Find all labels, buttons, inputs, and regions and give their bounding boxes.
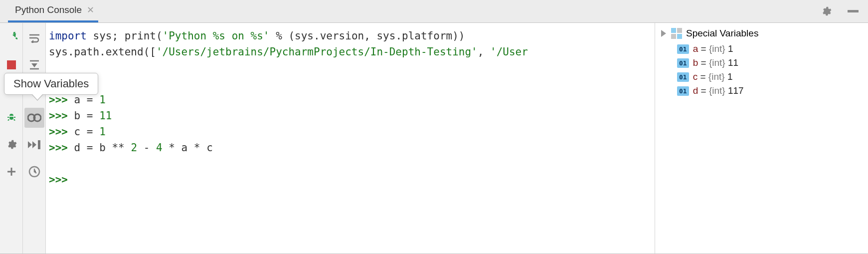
code-text: c = bbox=[74, 126, 100, 138]
code-text: - bbox=[137, 142, 156, 154]
tooltip: Show Variables bbox=[4, 73, 98, 95]
tooltip-text: Show Variables bbox=[13, 77, 89, 90]
equals: = bbox=[701, 57, 706, 68]
code-text: * a * c bbox=[163, 142, 213, 154]
code-number: 2 bbox=[131, 142, 137, 154]
code-text: d = b ** bbox=[74, 142, 131, 154]
code-number: 4 bbox=[156, 142, 163, 154]
code-keyword: import bbox=[49, 30, 87, 42]
variable-type: {int} bbox=[709, 43, 725, 54]
special-variables-node[interactable]: Special Variables bbox=[661, 28, 862, 39]
tool-window-tabbar: Python Console ✕ bbox=[0, 0, 868, 23]
variable-value: 1 bbox=[728, 43, 733, 54]
code-number: 1 bbox=[99, 94, 106, 106]
equals: = bbox=[701, 85, 706, 96]
int-badge-icon: 01 bbox=[677, 72, 689, 82]
variable-type: {int} bbox=[709, 85, 725, 96]
python-console-panel: Python Console ✕ bbox=[0, 0, 868, 254]
variable-type: {int} bbox=[708, 71, 725, 82]
code-string: 'Python %s on %s' bbox=[163, 30, 270, 42]
settings-icon[interactable] bbox=[1, 135, 21, 155]
code-number: 11 bbox=[99, 110, 112, 122]
prompt: >>> bbox=[49, 142, 74, 154]
variable-name: b bbox=[693, 57, 698, 68]
hide-icon[interactable] bbox=[843, 1, 863, 21]
debug-icon[interactable] bbox=[1, 108, 21, 128]
left-toolbar-1 bbox=[0, 23, 23, 254]
code-string: '/User bbox=[490, 46, 528, 58]
variable-name: d bbox=[693, 85, 698, 96]
rerun-icon[interactable] bbox=[1, 28, 21, 48]
variable-row[interactable]: 01 a = {int} 1 bbox=[661, 42, 862, 56]
variables-pane: Special Variables 01 a = {int} 1 01 b = … bbox=[655, 23, 868, 254]
show-variables-icon[interactable] bbox=[24, 108, 44, 128]
svg-rect-1 bbox=[7, 60, 16, 69]
svg-rect-4 bbox=[38, 140, 40, 149]
variable-row[interactable]: 01 c = {int} 1 bbox=[661, 70, 862, 84]
code-text: b = bbox=[74, 110, 100, 122]
variable-name: c bbox=[693, 71, 698, 82]
code-number: 1 bbox=[99, 126, 106, 138]
new-console-icon[interactable] bbox=[1, 162, 21, 182]
prompt: >>> bbox=[49, 94, 74, 106]
variable-row[interactable]: 01 b = {int} 11 bbox=[661, 56, 862, 70]
variable-value: 1 bbox=[727, 71, 733, 82]
code-text: % (sys.version, sys.platform)) bbox=[270, 30, 465, 42]
equals: = bbox=[700, 71, 705, 82]
int-badge-icon: 01 bbox=[677, 58, 689, 68]
gear-icon[interactable] bbox=[816, 1, 836, 21]
code-text: , bbox=[478, 46, 490, 58]
console-output[interactable]: import sys; print('Python %s on %s' % (s… bbox=[46, 23, 655, 254]
panel-body: import sys; print('Python %s on %s' % (s… bbox=[0, 23, 868, 254]
equals: = bbox=[701, 43, 706, 54]
variable-value: 117 bbox=[728, 85, 744, 96]
soft-wrap-icon[interactable] bbox=[24, 28, 44, 48]
show-command-queue-icon[interactable] bbox=[24, 135, 44, 155]
code-text: a = bbox=[74, 94, 100, 106]
tab-python-console[interactable]: Python Console ✕ bbox=[8, 0, 98, 22]
stop-icon[interactable] bbox=[1, 55, 21, 75]
prompt: >>> bbox=[49, 174, 74, 186]
history-icon[interactable] bbox=[24, 162, 44, 182]
left-toolbar-2 bbox=[23, 23, 46, 254]
prompt: >>> bbox=[49, 126, 74, 138]
variable-value: 11 bbox=[728, 57, 738, 68]
scroll-to-end-icon[interactable] bbox=[24, 55, 44, 75]
prompt: >>> bbox=[49, 110, 74, 122]
tab-label: Python Console bbox=[15, 4, 82, 15]
variables-group-icon bbox=[671, 28, 682, 39]
code-text: sys; print( bbox=[87, 30, 163, 42]
variable-row[interactable]: 01 d = {int} 117 bbox=[661, 84, 862, 98]
code-text: sys.path.extend([ bbox=[49, 46, 156, 58]
variables-header-label: Special Variables bbox=[686, 28, 758, 39]
svg-rect-0 bbox=[848, 10, 859, 12]
expand-caret-icon[interactable] bbox=[661, 30, 666, 37]
code-string: '/Users/jetbrains/PycharmProjects/In-Dep… bbox=[156, 46, 478, 58]
variable-type: {int} bbox=[709, 57, 725, 68]
int-badge-icon: 01 bbox=[677, 44, 689, 54]
int-badge-icon: 01 bbox=[677, 86, 689, 96]
variable-name: a bbox=[693, 43, 698, 54]
close-icon[interactable]: ✕ bbox=[87, 4, 94, 15]
